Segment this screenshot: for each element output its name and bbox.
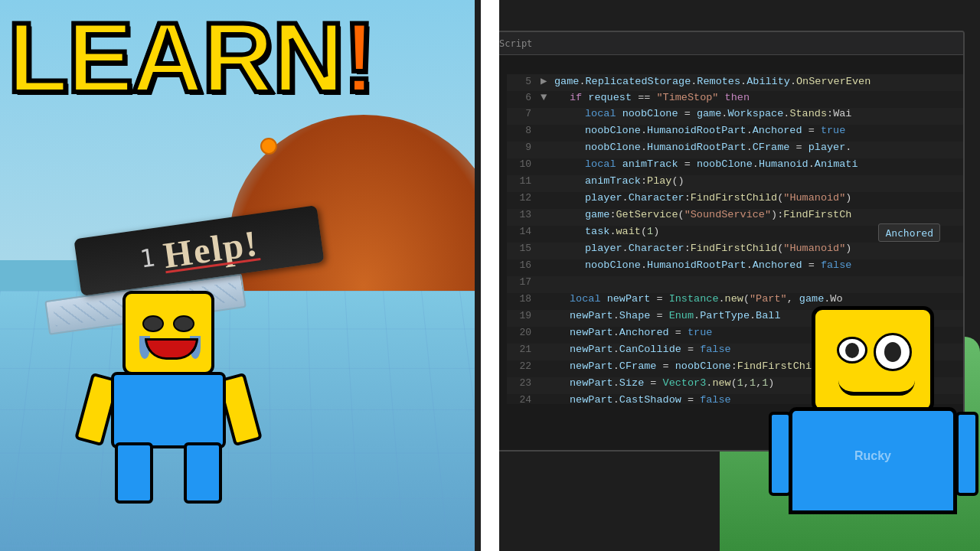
code-line-9: 9 noobClone.HumanoidRootPart.CFrame = pl… (507, 142, 963, 158)
code-line-16: 16 noobClone.HumanoidRootPart.Anchored =… (507, 259, 963, 276)
char-left-body (111, 372, 226, 448)
code-line-7: 7 local noobClone = game.Workspace.Stand… (507, 108, 963, 125)
char-left-head (122, 291, 214, 375)
help-sign-text: Help! (161, 221, 261, 276)
learn-text: LEARN (8, 2, 343, 113)
code-line-11: 11 animTrack:Play() (507, 175, 963, 192)
anchored-label: Anchored (885, 227, 933, 239)
anchored-tooltip: Anchored (878, 223, 940, 242)
code-line-8: 8 noobClone.HumanoidRootPart.Anchored = … (507, 125, 963, 142)
char-left-leg-left (115, 442, 153, 504)
character-smiling: Rucky (766, 291, 980, 551)
code-line-6: 6 ▼ if request == "TimeStop" then (507, 91, 963, 108)
char-left-mouth (145, 338, 198, 360)
exclamation-mark: ! (343, 2, 374, 113)
editor-tab: Script (499, 38, 532, 49)
char-left-eye-right (173, 315, 194, 332)
code-line-5: 5 ▶ game.ReplicatedStorage.Remotes.Abili… (507, 74, 963, 91)
code-line-10: 10 local animTrack = noobClone.Humanoid.… (507, 158, 963, 175)
code-line-12: 12 player.Character:FindFirstChild("Huma… (507, 192, 963, 209)
right-panel: Script 5 ▶ game.ReplicatedStorage.Remote… (475, 0, 980, 551)
char-right-arm-right (956, 412, 978, 496)
char-right-mouth (838, 380, 915, 396)
char-right-body: Rucky (789, 407, 957, 514)
character-crying (100, 291, 237, 505)
char-right-eye-right (874, 333, 912, 371)
code-line-15: 15 player.Character:FindFirstChild("Huma… (507, 243, 963, 259)
char-left-eye-left (142, 315, 164, 332)
char-right-eye-left (837, 337, 867, 364)
orange-dot (260, 138, 277, 155)
char-right-head (812, 306, 934, 413)
char-left-leg-right (184, 442, 222, 504)
help-sign-number: 1 (138, 243, 156, 273)
learn-title: LEARN! (8, 8, 374, 107)
hoodie-brand-text: Rucky (854, 449, 891, 463)
left-panel: LEARN! 1 Help! (0, 0, 490, 551)
